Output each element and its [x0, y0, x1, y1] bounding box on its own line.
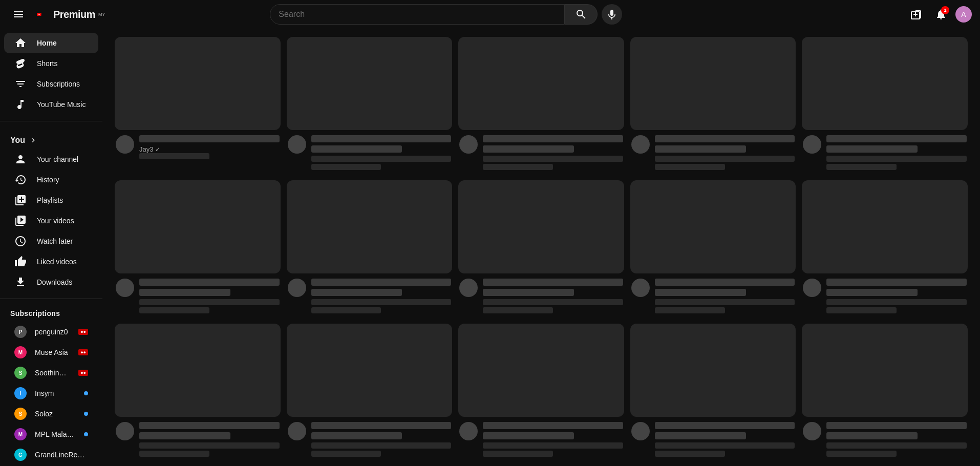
search-input[interactable]	[279, 10, 556, 19]
video-card[interactable]	[287, 180, 453, 315]
video-card[interactable]	[458, 324, 624, 459]
sidebar-item-history[interactable]: History	[4, 170, 98, 190]
sidebar-item-liked-videos[interactable]: Liked videos	[4, 251, 98, 272]
video-thumbnail	[287, 180, 453, 273]
sidebar-item-channel[interactable]: GGrandLineReview	[4, 444, 98, 465]
video-card[interactable]	[458, 180, 624, 315]
main-content: Jay3✓	[102, 29, 980, 466]
history-icon	[14, 174, 27, 186]
video-meta	[630, 135, 796, 172]
video-thumbnail	[115, 324, 281, 417]
account-avatar[interactable]: A	[955, 6, 972, 23]
video-card[interactable]	[630, 180, 796, 315]
sidebar-item-home[interactable]: Home	[4, 33, 98, 53]
video-views-skeleton	[139, 153, 209, 159]
verified-icon: ✓	[155, 146, 160, 153]
video-title-skeleton-2	[483, 145, 574, 153]
video-card[interactable]	[630, 37, 796, 172]
video-views-skeleton	[139, 307, 209, 313]
video-meta	[802, 135, 968, 172]
channel-name: penguinz0	[35, 328, 70, 336]
sidebar-item-youtube-music[interactable]: YouTube Music	[4, 94, 98, 115]
sidebar-item-your-videos[interactable]: Your videos	[4, 210, 98, 231]
sidebar-item-your-channel[interactable]: Your channel	[4, 149, 98, 170]
downloads-icon	[14, 276, 27, 288]
live-badge: ●●	[78, 370, 88, 376]
sidebar-item-playlists[interactable]: Playlists	[4, 190, 98, 210]
video-channel-skeleton	[311, 299, 452, 305]
video-meta	[458, 135, 624, 172]
notifications-button[interactable]: 1	[931, 4, 951, 25]
watch-later-icon	[14, 235, 27, 247]
video-thumbnail	[802, 324, 968, 417]
you-section[interactable]: You	[0, 128, 102, 149]
video-info	[139, 279, 280, 315]
sidebar-item-channel[interactable]: MMuse Asia●●	[4, 342, 98, 363]
logo[interactable]: PremiumMY	[37, 9, 105, 20]
video-card[interactable]	[630, 324, 796, 459]
channel-avatar: M	[14, 346, 27, 358]
video-info	[311, 135, 452, 172]
menu-button[interactable]	[8, 4, 29, 25]
sidebar-item-channel[interactable]: Ppenguinz0●●	[4, 322, 98, 342]
header-right: 1 A	[906, 4, 972, 25]
video-title-skeleton	[139, 135, 280, 142]
subscriptions-section-label: Subscriptions	[0, 305, 102, 322]
video-info	[655, 279, 795, 315]
video-title-skeleton-2	[826, 289, 918, 296]
sidebar-item-downloads[interactable]: Downloads	[4, 272, 98, 292]
video-info	[311, 279, 452, 315]
video-title-skeleton	[139, 422, 280, 429]
video-card[interactable]	[115, 324, 281, 459]
channel-avatar-thumb	[288, 279, 306, 297]
search-button[interactable]	[565, 4, 598, 25]
playlists-icon	[14, 194, 27, 206]
video-card[interactable]	[458, 37, 624, 172]
video-info	[139, 422, 280, 459]
channel-avatar-thumb	[631, 422, 650, 440]
subscriptions-label: Subscriptions	[37, 80, 80, 88]
video-card[interactable]	[287, 324, 453, 459]
create-button[interactable]	[906, 4, 927, 25]
video-title-skeleton-2	[655, 145, 746, 153]
your-channel-label: Your channel	[37, 155, 78, 163]
channel-name: GrandLineReview	[35, 451, 88, 459]
header: PremiumMY	[0, 0, 980, 29]
sidebar-item-channel[interactable]: MMPL Malaysia	[4, 424, 98, 444]
video-meta	[115, 279, 281, 315]
video-meta	[458, 422, 624, 459]
video-title-skeleton	[311, 422, 452, 429]
video-channel-skeleton	[826, 299, 967, 305]
video-views-skeleton	[826, 164, 897, 170]
video-info	[311, 422, 452, 459]
video-card[interactable]	[802, 324, 968, 459]
video-views-skeleton	[139, 451, 209, 457]
logo-text: Premium	[53, 9, 95, 20]
video-views-skeleton	[826, 307, 897, 313]
sidebar-item-channel[interactable]: SSoothing Relaxat...●●	[4, 363, 98, 383]
video-card[interactable]	[115, 180, 281, 315]
sidebar-item-watch-later[interactable]: Watch later	[4, 231, 98, 251]
channel-avatar: I	[14, 387, 27, 399]
sidebar-item-subscriptions[interactable]: Subscriptions	[4, 74, 98, 94]
video-card[interactable]: Jay3✓	[115, 37, 281, 172]
channel-avatar: P	[14, 326, 27, 338]
channel-avatar-thumb	[116, 422, 134, 440]
video-thumbnail	[630, 180, 796, 273]
video-thumbnail	[802, 37, 968, 130]
video-meta	[115, 422, 281, 459]
your-videos-icon	[14, 215, 27, 227]
video-card[interactable]	[287, 37, 453, 172]
video-card[interactable]	[802, 37, 968, 172]
sidebar-item-channel[interactable]: SSoloz	[4, 404, 98, 424]
video-title-skeleton-2	[655, 432, 746, 439]
voice-search-button[interactable]	[602, 4, 622, 25]
sidebar-item-shorts[interactable]: Shorts	[4, 53, 98, 74]
video-card[interactable]	[802, 180, 968, 315]
new-content-dot	[84, 432, 88, 436]
new-content-dot	[84, 412, 88, 416]
channel-avatar-thumb	[803, 135, 821, 154]
video-channel-skeleton	[483, 156, 623, 162]
video-channel-skeleton	[655, 299, 795, 305]
sidebar-item-channel[interactable]: IInsym	[4, 383, 98, 404]
